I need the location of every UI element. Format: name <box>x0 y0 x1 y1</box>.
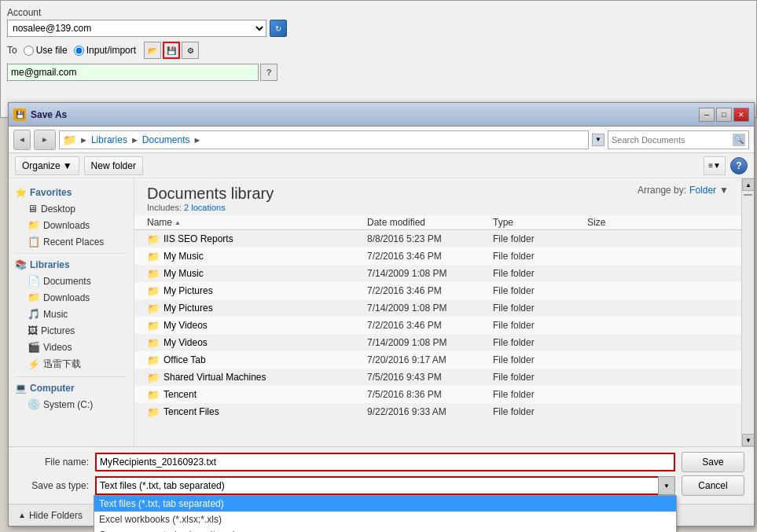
sidebar-item-videos[interactable]: 🎬 Videos <box>9 339 134 355</box>
to-help-btn[interactable]: ? <box>260 64 277 81</box>
table-row[interactable]: 📁 Tencent 7/5/2016 8:36 PM File folder <box>134 386 741 403</box>
table-row[interactable]: 📁 My Music 7/2/2016 3:46 PM File folder <box>134 248 741 265</box>
savetype-dropdown-arrow[interactable]: ▼ <box>658 476 675 495</box>
sidebar-item-documents[interactable]: 📄 Documents <box>9 273 134 289</box>
col-header-date[interactable]: Date modified <box>367 217 493 228</box>
file-type: File folder <box>493 320 587 331</box>
list-item[interactable]: Comma separated values (*.csv) <box>94 527 676 532</box>
cancel-button[interactable]: Cancel <box>682 475 744 496</box>
table-row[interactable]: 📁 Tencent Files 9/22/2016 9:33 AM File f… <box>134 403 741 420</box>
file-name-cell: 📁 IIS SEO Reports <box>147 233 367 245</box>
file-name-cell: 📁 Shared Virtual Machines <box>147 371 367 383</box>
scroll-up-button[interactable]: ▲ <box>742 178 754 191</box>
input-import-radio[interactable]: Input/import <box>74 45 136 56</box>
file-folder-icon: 📁 <box>147 371 160 383</box>
maximize-button[interactable]: □ <box>716 108 732 122</box>
to-input[interactable] <box>7 64 259 81</box>
file-name: My Pictures <box>164 303 213 314</box>
videos-icon: 🎬 <box>28 341 40 353</box>
col-header-type[interactable]: Type <box>493 217 587 228</box>
save-btn-highlighted[interactable]: 💾 <box>163 42 180 59</box>
scroll-thumb[interactable] <box>744 194 752 196</box>
savetype-selected[interactable]: Text files (*.txt, tab separated) <box>95 476 675 495</box>
file-type: File folder <box>493 406 587 417</box>
sidebar-item-chinese[interactable]: ⚡ 迅雷下载 <box>9 355 134 373</box>
file-type: File folder <box>493 303 587 314</box>
address-dropdown-arrow[interactable]: ▼ <box>592 134 604 146</box>
sidebar-item-downloads[interactable]: 📁 Downloads <box>9 217 134 233</box>
table-row[interactable]: 📁 IIS SEO Reports 8/8/2016 5:23 PM File … <box>134 230 741 248</box>
system-c-icon: 💿 <box>28 398 40 410</box>
table-row[interactable]: 📁 My Videos 7/2/2016 3:46 PM File folder <box>134 317 741 334</box>
list-item[interactable]: Excel workbooks (*.xlsx;*.xls) <box>94 512 676 527</box>
file-name-cell: 📁 Tencent Files <box>147 405 367 418</box>
organize-button[interactable]: Organize ▼ <box>15 156 79 175</box>
hide-folders-arrow-icon: ▲ <box>18 511 26 519</box>
savetype-label: Save as type: <box>18 480 89 491</box>
table-row[interactable]: 📁 My Pictures 7/2/2016 3:46 PM File fold… <box>134 282 741 299</box>
sidebar-item-pictures[interactable]: 🖼 Pictures <box>9 322 134 339</box>
minimize-button[interactable]: ─ <box>699 108 715 122</box>
path-separator-3: ► <box>193 135 202 145</box>
col-header-name[interactable]: Name ▲ <box>147 217 367 228</box>
table-row[interactable]: 📁 My Music 7/14/2009 1:08 PM File folder <box>134 265 741 282</box>
account-label: Account <box>7 7 750 18</box>
forward-button[interactable]: ► <box>34 130 56 150</box>
use-file-radio[interactable]: Use file <box>24 45 68 56</box>
list-item[interactable]: Text files (*.txt, tab separated) <box>94 496 676 512</box>
refresh-button[interactable]: ↻ <box>270 20 287 37</box>
folder-open-btn[interactable]: 📂 <box>144 42 161 59</box>
back-button[interactable]: ◄ <box>13 130 31 150</box>
file-date: 7/2/2016 3:46 PM <box>367 285 493 296</box>
filename-input[interactable] <box>95 453 675 471</box>
file-date: 7/2/2016 3:46 PM <box>367 320 493 331</box>
sidebar-divider-1 <box>15 253 127 254</box>
view-button[interactable]: ≡▼ <box>704 156 726 175</box>
email-background: Account nosalee@139.com ↻ To Use file In… <box>0 0 757 118</box>
search-input[interactable] <box>612 135 729 145</box>
sidebar-item-lib-downloads[interactable]: 📁 Downloads <box>9 289 134 306</box>
sidebar-item-desktop[interactable]: 🖥 Desktop <box>9 200 134 217</box>
pictures-label: Pictures <box>41 325 75 336</box>
libraries-group[interactable]: 📚 Libraries <box>9 257 134 273</box>
path-libraries[interactable]: Libraries <box>91 134 127 145</box>
arrange-value[interactable]: Folder <box>689 185 716 196</box>
file-folder-icon: 📁 <box>147 284 160 297</box>
file-folder-icon: 📁 <box>147 405 160 418</box>
sidebar-item-system-c[interactable]: 💿 System (C:) <box>9 396 134 413</box>
system-c-label: System (C:) <box>43 399 93 410</box>
table-row[interactable]: 📁 Office Tab 7/20/2016 9:17 AM File fold… <box>134 351 741 369</box>
music-label: Music <box>43 309 68 320</box>
table-row[interactable]: 📁 Shared Virtual Machines 7/5/2016 9:43 … <box>134 369 741 386</box>
col-header-size[interactable]: Size <box>587 217 650 228</box>
computer-icon: 💻 <box>15 383 27 394</box>
sidebar-item-recent-places[interactable]: 📋 Recent Places <box>9 233 134 250</box>
path-documents[interactable]: Documents <box>142 134 190 145</box>
table-row[interactable]: 📁 My Videos 7/14/2009 1:08 PM File folde… <box>134 334 741 351</box>
file-name: My Videos <box>164 337 208 348</box>
save-button[interactable]: Save <box>682 452 744 472</box>
computer-group[interactable]: 💻 Computer <box>9 380 134 396</box>
table-row[interactable]: 📁 My Pictures 7/14/2009 1:08 PM File fol… <box>134 299 741 317</box>
extra-btn[interactable]: ⚙ <box>182 42 199 59</box>
organize-arrow: ▼ <box>63 160 72 171</box>
arrange-arrow: ▼ <box>719 185 729 196</box>
locations-link[interactable]: 2 locations <box>184 203 226 212</box>
account-select[interactable]: nosalee@139.com <box>7 20 266 37</box>
new-folder-button[interactable]: New folder <box>84 156 143 175</box>
search-icon-btn[interactable]: 🔍 <box>733 134 745 146</box>
library-subtitle: Includes: 2 locations <box>147 203 274 212</box>
file-type: File folder <box>493 389 587 400</box>
file-date: 7/14/2009 1:08 PM <box>367 337 493 348</box>
organize-label: Organize <box>22 160 61 171</box>
help-button[interactable]: ? <box>730 157 748 174</box>
file-name-cell: 📁 My Videos <box>147 319 367 332</box>
scroll-down-button[interactable]: ▼ <box>742 434 754 446</box>
file-date: 7/14/2009 1:08 PM <box>367 303 493 314</box>
pictures-icon: 🖼 <box>28 325 38 336</box>
close-button[interactable]: ✕ <box>733 108 749 122</box>
favorites-group[interactable]: ⭐ Favorites <box>9 185 134 200</box>
includes-label: Includes: <box>147 203 182 212</box>
file-name: Shared Virtual Machines <box>164 372 266 383</box>
sidebar-item-music[interactable]: 🎵 Music <box>9 306 134 322</box>
